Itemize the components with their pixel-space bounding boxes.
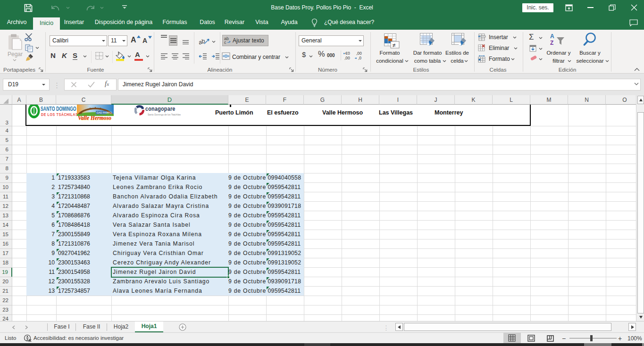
svg-text:A: A (550, 33, 554, 40)
svg-text:ab: ab (199, 38, 206, 46)
svg-text:0: 0 (348, 51, 350, 56)
svg-text:,0: ,0 (358, 56, 361, 60)
svg-text:c: c (224, 40, 226, 44)
svg-text:Z: Z (550, 40, 553, 46)
svg-text:≠: ≠ (393, 42, 396, 49)
svg-text:,00: ,00 (344, 56, 350, 60)
svg-text:,00: ,00 (356, 51, 362, 56)
svg-text:GAD PARRQ.: GAD PARRQ. (97, 111, 113, 114)
